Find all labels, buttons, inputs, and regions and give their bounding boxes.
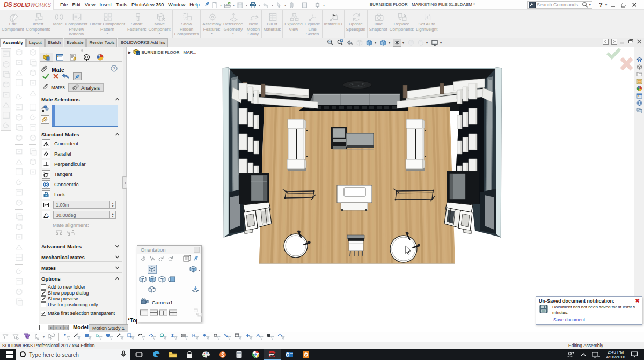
ribbon-replace-components-button[interactable]: Replace Components — [389, 10, 415, 38]
doc-close-button[interactable] — [636, 39, 642, 46]
select-tool-button[interactable] — [33, 333, 42, 341]
left-toolbar-a-icon[interactable] — [2, 121, 11, 130]
tab-layout[interactable]: Layout — [26, 38, 45, 47]
filter-type-button[interactable] — [233, 333, 243, 341]
tab-render-tools[interactable]: Render Tools — [86, 38, 117, 47]
left-toolbar-c-icon[interactable] — [28, 157, 38, 166]
action-center-icon[interactable] — [631, 351, 638, 358]
ribbon-mate-button[interactable]: Mate — [52, 10, 64, 38]
left-toolbar-b-icon[interactable] — [14, 287, 24, 296]
edit-appearance-button[interactable] — [407, 39, 415, 47]
left-toolbar-b-icon[interactable] — [14, 147, 24, 156]
ribbon-component-preview-window-button[interactable]: Component Preview Window — [64, 10, 89, 38]
qat-options-button[interactable] — [313, 1, 322, 9]
next-document-button[interactable] — [611, 39, 617, 46]
taskpane-solidworks-forum-button[interactable] — [635, 100, 644, 107]
orient-reset-views-button[interactable] — [166, 255, 174, 262]
start-button[interactable] — [4, 350, 15, 358]
front-view-button[interactable] — [138, 275, 148, 284]
qat-open-button[interactable] — [223, 1, 232, 9]
left-toolbar-b-icon[interactable] — [14, 113, 24, 122]
left-toolbar-c-icon[interactable] — [28, 133, 38, 142]
tab-scroll-prev-button[interactable]: ◄ — [54, 325, 59, 330]
ribbon-new-motion-study-button[interactable]: New Motion Study — [246, 10, 261, 38]
tab-scroll-buttons[interactable]: ◄|◄►►| — [48, 325, 69, 330]
left-toolbar-b-icon[interactable] — [14, 212, 24, 221]
option-show-popup-dialog[interactable]: Show popup dialog — [41, 290, 123, 296]
taskbar-store[interactable] — [181, 349, 197, 360]
left-toolbar-b-icon[interactable] — [14, 277, 24, 286]
checkbox-checked-icon[interactable] — [41, 311, 46, 316]
camera1-item[interactable]: Camera1 — [152, 299, 173, 305]
left-toolbar-b-icon[interactable] — [14, 48, 24, 57]
qat-select-caret-icon[interactable]: ▾ — [283, 1, 287, 9]
zoom-area-button[interactable] — [336, 39, 345, 47]
back-view-button[interactable] — [148, 275, 157, 284]
menu-view[interactable]: View — [83, 0, 97, 10]
filter-type-button[interactable] — [169, 333, 178, 341]
left-toolbar-b-icon[interactable] — [14, 188, 24, 197]
left-toolbar-b-icon[interactable] — [14, 178, 24, 187]
tab-assembly[interactable]: Assembly — [0, 38, 26, 47]
single-viewport-button[interactable] — [140, 308, 149, 317]
taskbar-file-explorer-app[interactable] — [164, 349, 181, 360]
ribbon-insert-components-button[interactable]: Insert Components▾ — [25, 10, 51, 38]
left-toolbar-b-icon[interactable] — [14, 253, 24, 262]
taskbar-solidworks-app[interactable] — [264, 349, 281, 360]
left-toolbar-c-icon[interactable] — [28, 58, 38, 67]
tab-sketch[interactable]: Sketch — [45, 38, 63, 47]
dimxpertmanager-tab[interactable] — [80, 53, 93, 62]
filter-type-button[interactable] — [137, 333, 146, 341]
left-view-button[interactable] — [158, 275, 167, 284]
tab-solidworks-add-ins[interactable]: SOLIDWORKS Add-Ins — [118, 38, 168, 47]
select-caret-icon[interactable]: ▾ — [43, 335, 46, 339]
ribbon-bill-of-materials-button[interactable]: Bill of Materials — [262, 10, 282, 38]
section-advanced-mates[interactable]: Advanced Mates — [39, 241, 123, 251]
anti-aligned-button[interactable] — [67, 229, 75, 238]
taskbar-paint3d[interactable] — [197, 349, 214, 360]
menu-file[interactable]: File — [58, 0, 70, 10]
orient-view-selector-button[interactable] — [182, 255, 191, 262]
tab-evaluate[interactable]: Evaluate — [64, 38, 86, 47]
distance-mate-button[interactable] — [42, 201, 50, 209]
left-toolbar-b-icon[interactable] — [14, 267, 24, 276]
ribbon-instant3d-button[interactable]: Instant3D — [323, 10, 343, 38]
ribbon-take-snapshot-button[interactable]: Take Snapshot — [368, 10, 389, 38]
option-use-for-positioning-only[interactable]: Use for positioning only — [41, 302, 123, 307]
search-commands-box[interactable]: Search Commands ▾ — [527, 1, 592, 9]
taskbar-pdm[interactable] — [297, 349, 314, 360]
microphone-icon[interactable] — [121, 350, 126, 359]
filter-type-button[interactable] — [212, 333, 221, 341]
collapse-chevron-icon[interactable] — [115, 276, 120, 281]
taskpane-solidworks-resources-button[interactable] — [635, 64, 644, 71]
ribbon-update-speedpak-button[interactable]: Update Speedpak — [345, 10, 367, 38]
left-toolbar-a-icon[interactable] — [2, 60, 11, 69]
qat-options-caret-icon[interactable]: ▾ — [322, 1, 326, 9]
apply-scene-button[interactable] — [416, 39, 425, 47]
ribbon-smart-fasteners-button[interactable]: Smart Fasteners — [126, 10, 148, 38]
prev-document-button[interactable] — [603, 39, 609, 46]
notification-close-icon[interactable]: ✖ — [635, 298, 640, 304]
toggle-selection-filter-button[interactable] — [1, 333, 10, 341]
menu-tools[interactable]: Tools — [114, 0, 129, 10]
cancel-button[interactable] — [53, 73, 59, 80]
orient-pin-button[interactable] — [192, 255, 200, 262]
coincident-mate-button[interactable] — [42, 139, 50, 148]
panel-collapse-handle[interactable] — [39, 47, 123, 53]
ribbon-show-hidden-components-button[interactable]: Show Hidden Components — [173, 10, 200, 38]
filter-type-button[interactable] — [148, 333, 157, 341]
top-view-button[interactable] — [148, 285, 157, 294]
left-toolbar-b-icon[interactable] — [14, 198, 24, 207]
collapse-chevron-icon[interactable] — [115, 132, 120, 137]
left-toolbar-a-icon[interactable] — [2, 100, 11, 109]
multi-mate-mode-button[interactable] — [41, 115, 50, 125]
taskpane-home-button[interactable] — [635, 56, 644, 63]
filter-type-button[interactable] — [266, 333, 275, 341]
tab-scroll-first-button[interactable]: ◄| — [48, 325, 54, 330]
tree-item-label[interactable]: BURNSIDE FLOOR - MAR... — [141, 50, 196, 55]
qat-print-button[interactable] — [248, 1, 258, 9]
taskbar-chrome[interactable] — [247, 349, 264, 360]
view-orientation-button[interactable] — [365, 39, 374, 47]
filter-type-button[interactable] — [105, 333, 114, 341]
qat-fileprops-button[interactable] — [300, 1, 309, 9]
